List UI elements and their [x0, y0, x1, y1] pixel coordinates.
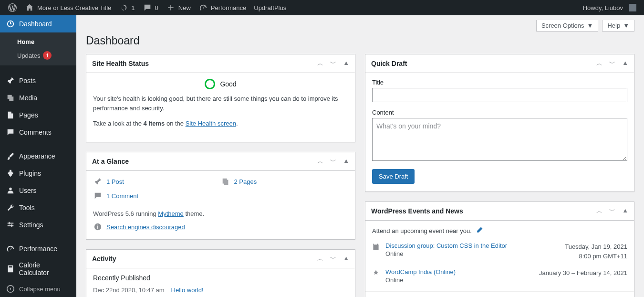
page-icon: [6, 110, 15, 120]
comments-link[interactable]: 0: [139, 0, 162, 15]
chevron-up-icon[interactable]: ︿: [317, 255, 323, 263]
update-icon: [119, 3, 128, 12]
chevron-down-icon[interactable]: ﹀: [330, 255, 336, 263]
page-title: Dashboard: [86, 34, 634, 47]
attend-text: Attend an upcoming event near you.: [372, 227, 472, 234]
comments-count: 0: [155, 4, 158, 11]
menu-appearance[interactable]: Appearance: [0, 148, 76, 165]
menu-settings[interactable]: Settings: [0, 216, 76, 233]
performance-link[interactable]: Performance: [195, 0, 250, 15]
help-button[interactable]: Help ▼: [602, 20, 634, 32]
updraft-link[interactable]: UpdraftPlus: [250, 0, 290, 15]
at-a-glance-box: At a Glance ︿ ﹀ ▲ 1 Post: [86, 152, 355, 240]
menu-users[interactable]: Users: [0, 182, 76, 199]
chevron-up-icon[interactable]: ︿: [596, 59, 602, 68]
qd-title-input[interactable]: [372, 88, 627, 102]
box-title: Activity: [92, 255, 116, 263]
user-icon: [6, 186, 15, 195]
caret-up-icon[interactable]: ▲: [343, 59, 349, 68]
site-home-link[interactable]: More or Less Creative Title: [21, 0, 115, 15]
health-items-line: Take a look at the 4 items on the Site H…: [93, 119, 348, 128]
wp-logo[interactable]: [4, 0, 21, 15]
menu-plugins[interactable]: Plugins: [0, 165, 76, 182]
home-icon: [25, 3, 34, 12]
menu-posts[interactable]: Posts: [0, 72, 76, 89]
glance-wp-version: WordPress 5.6 running Mytheme theme.: [93, 210, 348, 217]
gauge-icon: [198, 3, 208, 12]
menu-performance[interactable]: Performance: [0, 240, 76, 257]
events-news-box: WordPress Events and News ︿ ﹀ ▲ Attend a…: [365, 202, 634, 297]
screen-options-button[interactable]: Screen Options ▼: [536, 20, 598, 32]
chevron-down-icon[interactable]: ﹀: [330, 59, 336, 68]
chevron-up-icon[interactable]: ︿: [317, 59, 323, 68]
qd-content-textarea[interactable]: [372, 118, 627, 161]
calculator-icon: [6, 264, 15, 274]
new-label: New: [178, 4, 191, 11]
chevron-up-icon[interactable]: ︿: [596, 207, 602, 215]
menu-calorie[interactable]: Calorie Calculator: [0, 257, 76, 280]
menu-comments[interactable]: Comments: [0, 124, 76, 141]
edit-location-icon[interactable]: [476, 226, 483, 235]
updraft-label: UpdraftPlus: [254, 4, 286, 11]
activity-box: Activity ︿ ﹀ ▲ Recently Published Dec 22…: [86, 249, 355, 297]
menu-pages[interactable]: Pages: [0, 106, 76, 124]
search-discouraged-link[interactable]: Search engines discouraged: [106, 223, 185, 231]
event-location: Online: [385, 276, 404, 284]
wordcamp-icon: [372, 268, 381, 284]
avatar: [629, 4, 636, 11]
updates-link[interactable]: 1: [115, 0, 138, 15]
main-content: Screen Options ▼ Help ▼ Dashboard Site H…: [76, 15, 644, 297]
caret-up-icon[interactable]: ▲: [622, 207, 628, 215]
chevron-down-icon[interactable]: ﹀: [330, 157, 336, 166]
box-title: At a Glance: [92, 158, 129, 165]
admin-bar: More or Less Creative Title 1 0 New Perf…: [0, 0, 644, 15]
plus-icon: [166, 3, 176, 12]
chevron-up-icon[interactable]: ︿: [317, 157, 323, 166]
comment-icon: [93, 191, 103, 201]
media-icon: [6, 93, 15, 103]
glance-comments[interactable]: 1 Comment: [93, 191, 221, 201]
new-link[interactable]: New: [162, 0, 195, 15]
activity-post-link[interactable]: Hello world!: [171, 286, 204, 294]
chevron-down-icon[interactable]: ﹀: [609, 207, 615, 215]
glance-pages[interactable]: 2 Pages: [221, 177, 349, 186]
submenu-updates[interactable]: Updates 1: [0, 48, 76, 63]
event-link[interactable]: Discussion group: Custom CSS in the Edit…: [385, 242, 560, 249]
menu-tools[interactable]: Tools: [0, 199, 76, 216]
account-link[interactable]: Howdy, Liubov: [579, 0, 640, 15]
qd-content-label: Content: [372, 109, 627, 116]
page-icon: [221, 177, 230, 186]
menu-label: Dashboard: [19, 20, 52, 28]
caret-up-icon[interactable]: ▲: [343, 157, 349, 166]
caret-down-icon: ▼: [587, 22, 593, 29]
sliders-icon: [6, 220, 15, 230]
comment-icon: [6, 127, 15, 137]
menu-dashboard[interactable]: Dashboard: [0, 15, 76, 32]
theme-link[interactable]: Mytheme: [158, 210, 183, 217]
site-health-box: Site Health Status ︿ ﹀ ▲ Good Your site'…: [86, 54, 355, 142]
event-link[interactable]: WordCamp India (Online): [385, 268, 534, 276]
wordpress-icon: [8, 3, 17, 12]
comment-icon: [143, 3, 152, 12]
submenu-home[interactable]: Home: [0, 35, 76, 48]
menu-collapse[interactable]: Collapse menu: [0, 280, 76, 297]
save-draft-button[interactable]: Save Draft: [372, 169, 415, 184]
menu-media[interactable]: Media: [0, 89, 76, 106]
caret-down-icon: ▼: [623, 22, 629, 29]
caret-up-icon[interactable]: ▲: [622, 59, 628, 68]
pin-icon: [93, 177, 103, 186]
caret-up-icon[interactable]: ▲: [343, 255, 349, 263]
quick-draft-box: Quick Draft ︿ ﹀ ▲ Title Content Save Dra…: [365, 54, 634, 192]
dashboard-icon: [6, 19, 15, 29]
event-date: Tuesday, Jan 19, 2021: [565, 242, 627, 252]
qd-title-label: Title: [372, 79, 627, 86]
collapse-icon: [6, 284, 15, 294]
event-date: January 30 – February 14, 2021: [539, 268, 627, 278]
box-title: WordPress Events and News: [371, 207, 463, 215]
performance-label: Performance: [211, 4, 246, 11]
chevron-down-icon[interactable]: ﹀: [609, 59, 615, 68]
site-title: More or Less Creative Title: [37, 4, 111, 11]
glance-posts[interactable]: 1 Post: [93, 177, 221, 186]
site-health-link[interactable]: Site Health screen: [186, 120, 236, 127]
submenu-dashboard: Home Updates 1: [0, 32, 76, 65]
